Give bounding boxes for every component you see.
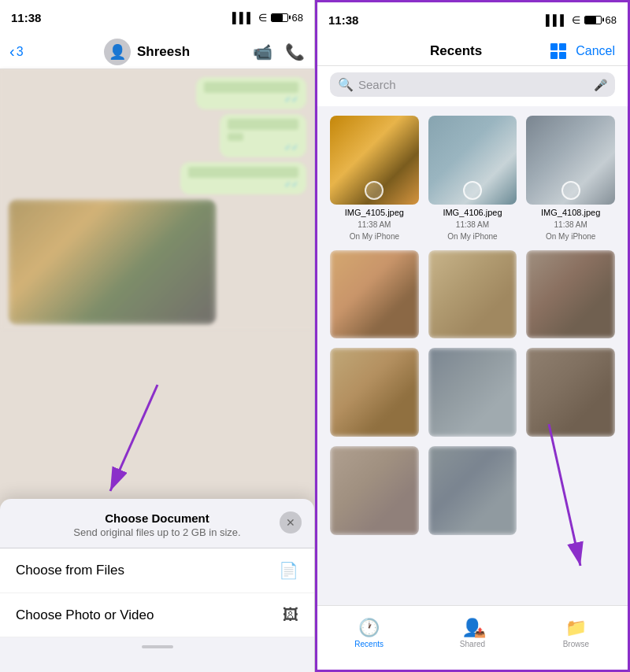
back-button[interactable]: ‹ 3 xyxy=(9,42,41,61)
phone-call-icon[interactable]: 📞 xyxy=(285,42,305,61)
browse-icon: 📁 xyxy=(565,618,587,638)
file-name: IMG_4105.jpeg xyxy=(345,208,404,217)
file-item[interactable]: IMG_4106.jpeg 11:38 AM On My iPhone xyxy=(428,116,517,241)
nav-center: 👤 Shreesh xyxy=(41,39,253,65)
file-name: IMG_4106.jpeg xyxy=(443,208,502,217)
file-item[interactable]: IMG_4105.jpeg 11:38 AM On My iPhone xyxy=(330,116,419,241)
left-status-bar: 11:38 ▌▌▌ ∈ 68 xyxy=(0,0,314,35)
avatar: 👤 xyxy=(104,39,131,65)
wifi-icon: ∈ xyxy=(258,12,267,24)
file-item[interactable] xyxy=(330,250,419,339)
file-item[interactable] xyxy=(330,446,419,535)
file-icon: 📄 xyxy=(279,561,298,580)
file-time: 11:38 AM xyxy=(456,220,489,229)
recents-icon: 🕐 xyxy=(358,618,380,638)
file-thumbnail xyxy=(330,250,419,339)
file-item[interactable] xyxy=(330,348,419,437)
read-checkmarks: ✓✓ xyxy=(284,142,298,152)
file-thumbnail xyxy=(526,250,615,339)
sheet-handle xyxy=(142,645,173,648)
left-status-icons: ▌▌▌ ∈ 68 xyxy=(232,12,303,24)
file-thumbnail xyxy=(330,116,419,205)
message-bubble: ✓✓ xyxy=(180,162,306,194)
file-name: IMG_4108.jpeg xyxy=(541,208,600,217)
tab-browse-label: Browse xyxy=(563,640,589,648)
file-thumbnail xyxy=(526,116,615,205)
message-bubble: ✓✓ xyxy=(196,77,306,109)
tab-recents-label: Recents xyxy=(354,640,384,648)
nav-actions: 📹 📞 xyxy=(253,42,305,61)
bottom-sheet: Choose Document Send original files up t… xyxy=(0,499,314,672)
read-checkmarks: ✓✓ xyxy=(284,179,298,189)
choose-photo-label: Choose Photo or Video xyxy=(16,607,154,623)
file-item[interactable] xyxy=(428,348,517,437)
right-panel: 11:38 ▌▌▌ ∈ 68 Recents Cancel 🔍 xyxy=(315,0,630,672)
right-time: 11:38 xyxy=(328,13,358,27)
cancel-button[interactable]: Cancel xyxy=(576,44,615,58)
bottom-tabs: 🕐 Recents 👤 📤 Shared 📁 Browse xyxy=(317,605,628,670)
right-status-icons: ▌▌▌ ∈ 68 xyxy=(546,14,617,26)
media-message xyxy=(8,199,217,325)
battery-percent: 68 xyxy=(606,14,617,26)
battery-percent: 68 xyxy=(292,12,303,24)
sheet-title: Choose Document xyxy=(32,511,283,525)
file-thumbnail xyxy=(428,116,517,205)
tab-browse[interactable]: 📁 Browse xyxy=(548,618,603,648)
chat-area: ✓✓ ✓✓ ✓✓ xyxy=(0,69,314,329)
svg-line-1 xyxy=(110,385,158,491)
battery-icon xyxy=(271,13,288,22)
files-nav: Recents Cancel xyxy=(317,37,628,66)
sheet-header: Choose Document Send original files up t… xyxy=(0,511,314,548)
file-thumbnail xyxy=(330,348,419,437)
left-nav-bar: ‹ 3 👤 Shreesh 📹 📞 xyxy=(0,35,314,69)
photo-icon: 🖼 xyxy=(283,606,298,624)
nav-icons: Cancel xyxy=(550,43,615,59)
file-time: 11:38 AM xyxy=(358,220,391,229)
contact-name: Shreesh xyxy=(137,44,190,60)
file-location: On My iPhone xyxy=(447,232,497,241)
files-grid: IMG_4105.jpeg 11:38 AM On My iPhone IMG_… xyxy=(317,106,628,605)
read-checkmarks: ✓✓ xyxy=(284,94,298,104)
file-item[interactable] xyxy=(526,348,615,437)
wifi-icon: ∈ xyxy=(572,14,580,26)
search-placeholder: Search xyxy=(358,78,589,91)
video-call-icon[interactable]: 📹 xyxy=(253,42,272,61)
tab-recents[interactable]: 🕐 Recents xyxy=(342,618,397,648)
tab-shared-label: Shared xyxy=(460,640,485,648)
sheet-subtitle: Send original files up to 2 GB in size. xyxy=(32,526,283,538)
battery-icon xyxy=(584,16,602,24)
mic-icon: 🎤 xyxy=(594,79,607,91)
file-item[interactable] xyxy=(428,250,517,339)
search-bar: 🔍 Search 🎤 xyxy=(317,66,628,106)
left-time: 11:38 xyxy=(11,11,41,24)
shared-icon: 👤 📤 xyxy=(461,618,483,638)
choose-files-item[interactable]: Choose from Files 📄 xyxy=(0,548,314,593)
files-title: Recents xyxy=(430,43,482,59)
left-panel: 11:38 ▌▌▌ ∈ 68 ‹ 3 👤 Shreesh 📹 📞 xyxy=(0,0,315,672)
file-item[interactable] xyxy=(526,250,615,339)
svg-line-3 xyxy=(549,424,580,566)
message-bubble: ✓✓ xyxy=(220,114,306,157)
grid-view-icon[interactable] xyxy=(550,43,566,59)
back-arrow-icon: ‹ xyxy=(9,42,15,61)
file-time: 11:38 AM xyxy=(554,220,587,229)
signal-icon: ▌▌▌ xyxy=(232,12,254,24)
right-status-bar: 11:38 ▌▌▌ ∈ 68 xyxy=(317,2,628,37)
signal-icon: ▌▌▌ xyxy=(546,14,568,26)
file-item[interactable]: IMG_4108.jpeg 11:38 AM On My iPhone xyxy=(526,116,615,241)
choose-photo-item[interactable]: Choose Photo or Video 🖼 xyxy=(0,593,314,637)
tab-shared[interactable]: 👤 📤 Shared xyxy=(445,618,500,648)
file-thumbnail xyxy=(428,250,517,339)
file-thumbnail xyxy=(330,446,419,535)
search-input-wrap[interactable]: 🔍 Search 🎤 xyxy=(330,72,615,97)
file-thumbnail xyxy=(526,348,615,437)
back-count: 3 xyxy=(17,45,24,59)
file-thumbnail xyxy=(428,348,517,437)
file-location: On My iPhone xyxy=(350,232,399,241)
close-button[interactable]: ✕ xyxy=(280,511,302,534)
file-location: On My iPhone xyxy=(546,232,595,241)
file-thumbnail xyxy=(428,446,517,535)
search-icon: 🔍 xyxy=(338,77,354,92)
avatar-icon: 👤 xyxy=(109,43,126,61)
file-item[interactable] xyxy=(428,446,517,535)
